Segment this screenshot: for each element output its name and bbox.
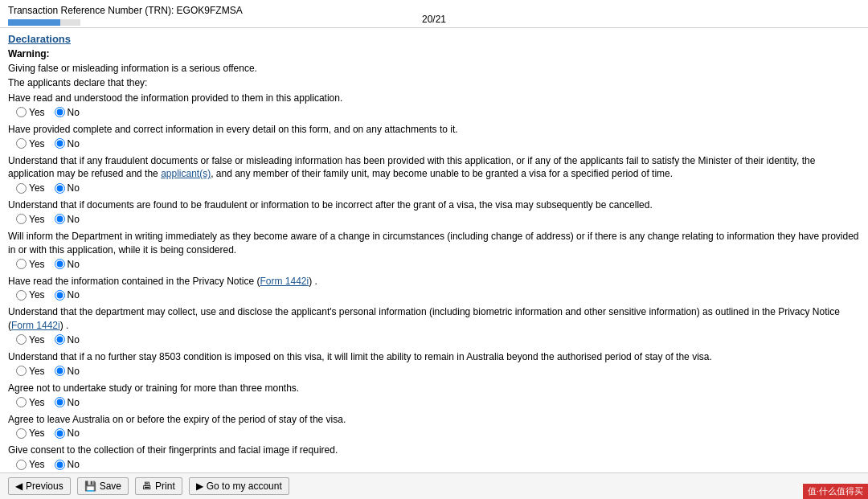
question-7-text: Understand that the department may colle… — [8, 305, 860, 333]
q3-yes-radio[interactable] — [16, 183, 27, 194]
q8-yes-option[interactable]: Yes — [16, 366, 45, 377]
question-2-text: Have provided complete and correct infor… — [8, 123, 860, 137]
q10-yes-radio[interactable] — [16, 428, 27, 439]
q6-no-option[interactable]: No — [55, 289, 80, 301]
q3-yes-option[interactable]: Yes — [16, 182, 45, 194]
print-icon: 🖶 — [142, 481, 152, 492]
warning-label: Warning: — [8, 48, 860, 59]
q6-yes-radio[interactable] — [16, 290, 27, 301]
question-11: Give consent to the collection of their … — [8, 444, 860, 470]
q5-yes-option[interactable]: Yes — [16, 259, 45, 270]
question-4-text: Understand that if documents are found t… — [8, 198, 860, 212]
question-1-text: Have read and understood the information… — [8, 92, 860, 105]
question-11-text: Give consent to the collection of their … — [8, 444, 860, 457]
question-9-radios: Yes No — [8, 397, 860, 408]
question-7-radios: Yes No — [8, 334, 860, 346]
question-9-text: Agree not to undertake study or training… — [8, 382, 860, 395]
q3-no-radio[interactable] — [55, 183, 65, 194]
q1-no-radio[interactable] — [55, 107, 65, 117]
q2-no-option[interactable]: No — [55, 138, 80, 149]
q11-no-radio[interactable] — [55, 460, 65, 470]
question-3-radios: Yes No — [8, 182, 860, 194]
q2-yes-option[interactable]: Yes — [16, 138, 45, 149]
q6-no-radio[interactable] — [55, 290, 65, 301]
question-6-radios: Yes No — [8, 289, 860, 301]
intro-line-2: The applicants declare that they: — [8, 77, 860, 88]
q5-no-radio[interactable] — [55, 259, 65, 269]
q9-no-radio[interactable] — [55, 397, 65, 407]
question-9: Agree not to undertake study or training… — [8, 382, 860, 408]
q11-yes-option[interactable]: Yes — [16, 459, 45, 470]
q7-no-option[interactable]: No — [55, 334, 80, 346]
question-4: Understand that if documents are found t… — [8, 198, 860, 225]
question-8-radios: Yes No — [8, 366, 860, 377]
question-8-text: Understand that if a no further stay 850… — [8, 350, 860, 364]
q4-no-radio[interactable] — [55, 214, 65, 224]
q4-yes-option[interactable]: Yes — [16, 214, 45, 225]
q5-yes-radio[interactable] — [16, 259, 27, 269]
q11-no-option[interactable]: No — [55, 459, 80, 470]
question-6-text: Have read the information contained in t… — [8, 275, 860, 288]
q2-yes-radio[interactable] — [16, 138, 27, 149]
question-11-radios: Yes No — [8, 459, 860, 470]
q4-no-option[interactable]: No — [55, 214, 80, 225]
question-1-radios: Yes No — [8, 107, 860, 118]
previous-button[interactable]: ◀ Previous — [8, 477, 71, 495]
question-2: Have provided complete and correct infor… — [8, 123, 860, 149]
q9-yes-option[interactable]: Yes — [16, 397, 45, 408]
goto-icon: ▶ — [196, 481, 203, 492]
q7-yes-option[interactable]: Yes — [16, 334, 45, 346]
q9-yes-radio[interactable] — [16, 397, 27, 407]
q10-yes-option[interactable]: Yes — [16, 427, 45, 439]
previous-label: Previous — [26, 481, 63, 492]
section-title: Declarations — [8, 33, 860, 45]
question-4-radios: Yes No — [8, 214, 860, 225]
form-1442i-link-1[interactable]: Form 1442i — [260, 276, 309, 287]
q6-yes-option[interactable]: Yes — [16, 289, 45, 301]
question-2-radios: Yes No — [8, 138, 860, 149]
print-button[interactable]: 🖶 Print — [135, 477, 182, 495]
question-5: Will inform the Department in writing im… — [8, 230, 860, 270]
q10-no-option[interactable]: No — [55, 427, 80, 439]
question-5-text: Will inform the Department in writing im… — [8, 230, 860, 257]
q1-no-option[interactable]: No — [55, 107, 80, 118]
q1-yes-option[interactable]: Yes — [16, 107, 45, 118]
q7-no-radio[interactable] — [55, 334, 65, 345]
q5-no-option[interactable]: No — [55, 259, 80, 270]
question-1: Have read and understood the information… — [8, 92, 860, 118]
q8-yes-radio[interactable] — [16, 366, 27, 376]
goto-account-button[interactable]: ▶ Go to my account — [189, 477, 289, 495]
q4-yes-radio[interactable] — [16, 214, 27, 224]
save-icon: 💾 — [84, 481, 96, 492]
q8-no-radio[interactable] — [55, 366, 65, 376]
save-label: Save — [100, 481, 121, 492]
question-3: Understand that if any fraudulent docume… — [8, 154, 860, 194]
question-10: Agree to leave Australia on or before th… — [8, 413, 860, 440]
q9-no-option[interactable]: No — [55, 397, 80, 408]
q3-no-option[interactable]: No — [55, 182, 80, 194]
question-8: Understand that if a no further stay 850… — [8, 350, 860, 377]
footer: ◀ Previous 💾 Save 🖶 Print ▶ Go to my acc… — [0, 472, 868, 499]
main-content: Declarations Warning: Giving false or mi… — [0, 28, 868, 499]
previous-icon: ◀ — [15, 481, 23, 492]
q1-yes-radio[interactable] — [16, 107, 27, 117]
q10-no-radio[interactable] — [55, 428, 65, 439]
print-label: Print — [155, 481, 175, 492]
form-1442i-link-2[interactable]: Form 1442i — [11, 320, 60, 331]
goto-label: Go to my account — [207, 481, 282, 492]
watermark: 值·什么值得买 — [803, 484, 868, 499]
question-10-text: Agree to leave Australia on or before th… — [8, 413, 860, 427]
q8-no-option[interactable]: No — [55, 366, 80, 377]
q11-yes-radio[interactable] — [16, 460, 27, 470]
intro-line-1: Giving false or misleading information i… — [8, 63, 860, 74]
q2-no-radio[interactable] — [55, 138, 65, 149]
question-6: Have read the information contained in t… — [8, 275, 860, 301]
question-3-text: Understand that if any fraudulent docume… — [8, 154, 860, 182]
question-7: Understand that the department may colle… — [8, 305, 860, 346]
q7-yes-radio[interactable] — [16, 334, 27, 345]
question-5-radios: Yes No — [8, 259, 860, 270]
question-10-radios: Yes No — [8, 427, 860, 439]
save-button[interactable]: 💾 Save — [77, 477, 129, 495]
